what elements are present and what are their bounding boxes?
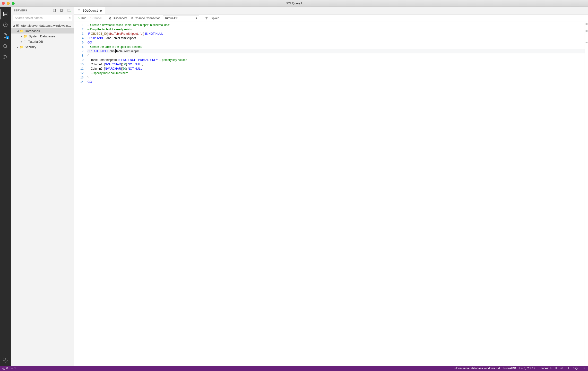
window-title: SQLQuery1	[0, 1, 588, 5]
change-connection-label: Change Connection	[135, 17, 160, 20]
svg-point-6	[4, 55, 5, 56]
server-icon	[16, 24, 19, 27]
change-connection-button[interactable]: Change Connection	[129, 17, 161, 20]
line-number-gutter: 1234567891011121314	[74, 22, 86, 366]
new-server-group-icon[interactable]	[60, 9, 64, 12]
stop-icon: □	[90, 17, 91, 20]
chevron-right-icon: ▸	[20, 35, 23, 38]
warning-icon: ⚠	[11, 367, 13, 370]
query-toolbar: ▷Run □Cancel Disconnect Change Connectio…	[74, 15, 588, 22]
disconnect-button[interactable]: Disconnect	[108, 17, 128, 20]
sidebar-title: SERVERS	[14, 9, 27, 12]
activity-search[interactable]	[0, 41, 11, 52]
svg-rect-13	[68, 9, 70, 12]
sidebar: SERVERS × ◢ tutorialserver.database.wind…	[11, 7, 74, 366]
activity-servers[interactable]	[0, 9, 11, 20]
explain-button[interactable]: Explain	[204, 17, 220, 20]
activity-explorer[interactable]: 1	[0, 30, 11, 41]
minimap-region	[586, 30, 588, 32]
search-input[interactable]	[13, 15, 72, 21]
tree-server[interactable]: ◢ tutorialserver.database.windows.n…	[11, 23, 74, 28]
status-spaces[interactable]: Spaces: 4	[538, 367, 551, 370]
svg-point-14	[70, 11, 71, 12]
separator	[202, 16, 202, 20]
tab-sqlquery1[interactable]: SQLQuery1	[74, 7, 105, 14]
titlebar: SQLQuery1	[0, 0, 588, 7]
run-button[interactable]: ▷Run	[77, 17, 87, 20]
tree-tutorialdb[interactable]: ▸ TutorialDB	[11, 39, 74, 44]
editor-tabs: SQLQuery1 ⋯	[74, 7, 588, 15]
tree-server-label: tutorialserver.database.windows.n…	[21, 24, 71, 27]
tab-label: SQLQuery1	[83, 9, 98, 12]
sidebar-header: SERVERS	[11, 7, 74, 14]
explain-icon	[205, 17, 208, 20]
svg-point-18	[78, 9, 80, 10]
status-warnings-count: 1	[14, 367, 16, 370]
status-cursor[interactable]: Ln 7, Col 17	[519, 367, 535, 370]
svg-point-2	[4, 13, 5, 13]
folder-icon: 📁	[20, 45, 23, 49]
svg-rect-16	[16, 26, 18, 27]
minimap[interactable]	[585, 22, 588, 366]
explorer-badge: 1	[6, 36, 9, 39]
chevron-right-icon: ▸	[20, 40, 23, 43]
svg-point-5	[4, 44, 7, 48]
folder-icon: 📁	[23, 34, 27, 38]
tree-security-label: Security	[25, 45, 36, 49]
chevron-right-icon: ▸	[16, 46, 20, 48]
chevron-down-icon: ◢	[16, 30, 20, 32]
code-editor[interactable]: -- Create a new table called 'TableFromS…	[86, 22, 585, 366]
server-tree: ◢ tutorialserver.database.windows.n… ◢ 📁…	[11, 22, 74, 50]
svg-point-7	[4, 58, 5, 59]
svg-rect-1	[4, 14, 7, 16]
status-language[interactable]: SQL	[573, 367, 579, 370]
separator	[105, 16, 105, 20]
status-encoding[interactable]: UTF-8	[555, 367, 563, 370]
svg-point-9	[5, 360, 6, 361]
database-select[interactable]: TutorialDB ▼	[163, 16, 199, 21]
tree-databases[interactable]: ◢ 📁 Databases	[11, 28, 74, 33]
chevron-down-icon: ◢	[12, 24, 16, 27]
database-select-value: TutorialDB	[165, 17, 178, 20]
tree-system-databases[interactable]: ▸ 📁 System Databases	[11, 33, 74, 39]
folder-icon: 📁	[20, 29, 23, 33]
activity-manage[interactable]	[0, 355, 11, 366]
database-icon	[77, 9, 81, 12]
svg-point-20	[207, 17, 208, 18]
show-connections-icon[interactable]	[67, 9, 71, 12]
status-errors[interactable]: ⓧ0 ⚠1	[2, 366, 16, 371]
status-bar: ⓧ0 ⚠1 tutorialserver.database.windows.ne…	[0, 366, 588, 371]
activity-task-history[interactable]	[0, 20, 11, 30]
explain-label: Explain	[210, 17, 219, 20]
minimap-region	[586, 23, 588, 25]
svg-point-19	[206, 17, 207, 18]
svg-point-21	[207, 19, 207, 19]
smiley-icon: ☺	[583, 367, 586, 370]
sidebar-search: ×	[13, 15, 72, 21]
chevron-down-icon: ▼	[195, 17, 198, 20]
new-connection-icon[interactable]	[53, 9, 57, 12]
more-actions-button[interactable]: ⋯	[580, 7, 588, 14]
tree-databases-label: Databases	[25, 29, 40, 33]
status-connection[interactable]: tutorialserver.database.windows.net : Tu…	[454, 367, 516, 370]
database-icon	[23, 40, 27, 43]
tree-tutorialdb-label: TutorialDB	[28, 40, 43, 43]
tree-system-databases-label: System Databases	[29, 34, 55, 38]
clear-search-icon[interactable]: ×	[69, 16, 71, 20]
disconnect-icon	[109, 17, 112, 20]
dirty-indicator-icon	[100, 10, 102, 12]
svg-point-3	[4, 15, 5, 16]
cancel-label: Cancel	[93, 17, 102, 20]
svg-rect-0	[4, 12, 7, 14]
activity-bar: 1	[0, 7, 11, 366]
tree-security[interactable]: ▸ 📁 Security	[11, 44, 74, 50]
cancel-button: □Cancel	[89, 17, 103, 20]
status-feedback[interactable]: ☺	[583, 367, 586, 370]
run-label: Run	[81, 17, 86, 20]
activity-source-control[interactable]	[0, 52, 11, 62]
status-eol[interactable]: LF	[567, 367, 570, 370]
editor-area: SQLQuery1 ⋯ ▷Run □Cancel Disconnect Chan…	[74, 7, 588, 366]
play-icon: ▷	[78, 17, 80, 20]
svg-rect-15	[16, 24, 18, 25]
status-errors-count: 0	[6, 367, 8, 370]
